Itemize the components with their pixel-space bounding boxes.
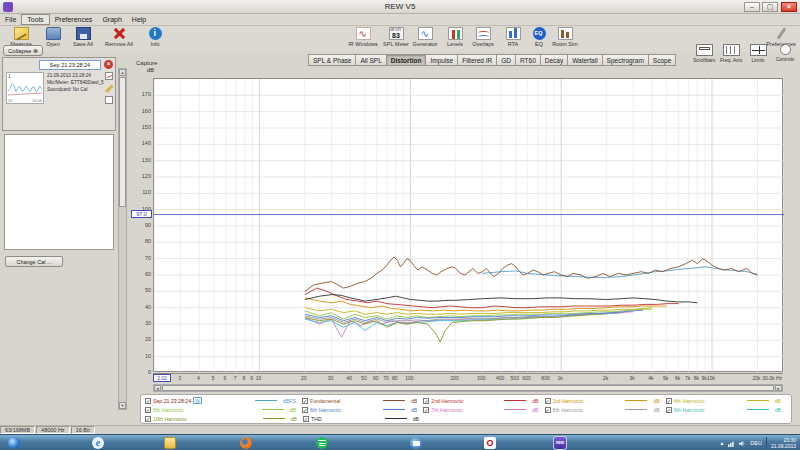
tray-expand-icon[interactable]: ▲ [719,440,724,446]
scroll-up-arrow-icon[interactable]: ▲ [119,69,126,76]
graph-hscrollbar[interactable]: ◄ ► [153,384,783,392]
menu-graph[interactable]: Graph [97,15,126,24]
legend-checkbox[interactable]: ✓ [145,407,151,413]
scroll-right-arrow-icon[interactable]: ► [775,385,782,391]
trace-color-icon[interactable] [105,72,113,80]
x-tick-label: 50 [361,375,367,381]
legend-label: 7th Harmonic [431,407,462,413]
legend-label: 8th Harmonic [553,407,584,413]
open-icon [46,27,61,40]
x-tick-label: 10 [256,375,262,381]
taskbar-clock[interactable]: 23:30 21.09.2013 [771,437,798,449]
legend-checkbox[interactable]: ✓ [423,407,429,413]
rew-app-icon[interactable]: REW [554,437,566,449]
trace-fundamental [305,257,758,291]
legend-unit: dB [653,398,659,404]
legend-row: ✓10th HarmonicdB✓THDdB [145,414,787,423]
legend-checkbox[interactable]: ✓ [545,398,551,404]
legend-line-swatch [255,400,277,401]
notes-page-icon[interactable] [105,96,113,104]
x-tick-label: 9 [250,375,253,381]
info-icon [149,27,162,40]
scroll-down-arrow-icon[interactable]: ▼ [119,402,126,409]
legend-checkbox[interactable]: ✓ [423,398,429,404]
legend-item-5th-harmonic[interactable]: ✓5th HarmonicdB [145,407,302,413]
x-tick-label: 5 [212,375,215,381]
measurement-panel[interactable]: Sep 21 23:28:24 ✕ 1 20 50.0k 21.09.2013 … [2,57,116,131]
scroll-left-arrow-icon[interactable]: ◄ [154,385,161,391]
measurement-name-input[interactable]: Sep 21 23:28:24 [39,60,101,70]
keyboard-language[interactable]: DEU [750,440,762,446]
legend-unit: dB [775,407,781,413]
legend-item-2nd-harmonic[interactable]: ✓2nd HarmonicdB [423,398,544,404]
distortion-chart[interactable] [153,78,783,372]
maximize-button[interactable]: ▢ [762,2,778,12]
legend-item-fundamental[interactable]: ✓FundamentaldB [302,398,423,404]
measure-button[interactable]: Measure [6,27,36,47]
save-all-button[interactable]: Save All [68,27,98,47]
close-button[interactable]: ✕ [781,2,797,12]
menu-preferences[interactable]: Preferences [50,15,98,24]
spotify-icon[interactable] [316,437,328,449]
legend-item-sep-21-23-28-24[interactable]: ✓Sep 21 23:28:24WdBFS [145,397,302,404]
legend-checkbox[interactable]: ✓ [145,398,151,404]
menu-file[interactable]: File [0,15,21,24]
menu-tools[interactable]: Tools [21,14,49,25]
measurement-notes-textarea[interactable] [4,134,114,250]
open-button[interactable]: Open [38,27,68,47]
measurement-thumbnail[interactable]: 1 20 50.0k [6,72,44,104]
legend-item-8th-harmonic[interactable]: ✓8th HarmonicdB [545,407,666,413]
minimize-button[interactable]: – [744,2,760,12]
opera-icon[interactable]: O [484,437,496,449]
delete-measurement-button[interactable]: ✕ [104,60,113,69]
x-tick-label: 9k [701,375,706,381]
x-tick-label: 300 [477,375,485,381]
measurement-info: 21.09.2013 23:28:24 Mic/Meter: ETT840Daw… [47,72,105,93]
sidebar-scrollbar[interactable]: ▲ ▼ [118,68,127,410]
legend-checkbox[interactable]: ✓ [303,416,309,422]
legend-unit: dB [411,398,417,404]
hscrollbar-thumb[interactable] [162,385,774,391]
x-tick-label: 400 [496,375,504,381]
legend-checkbox[interactable]: ✓ [666,407,672,413]
change-cal-button[interactable]: Change Cal ... [5,256,63,267]
y-tick-label: 70 [131,255,151,261]
network-icon[interactable] [728,440,735,447]
scrollbar-thumb[interactable] [119,77,126,207]
start-orb-icon[interactable] [8,437,20,449]
mail-icon[interactable] [410,437,422,449]
legend-item-10th-harmonic[interactable]: ✓10th HarmonicdB [145,416,303,422]
x-axis: 2.02 30.0k Hz 34567891020304050607080100… [153,373,783,382]
x-tick-label: 20k [752,375,760,381]
y-axis-unit: dB [136,67,154,74]
legend-checkbox[interactable]: ✓ [302,407,308,413]
legend-item-6th-harmonic[interactable]: ✓6th HarmonicdB [302,407,423,413]
y-tick-label: 40 [131,304,151,310]
firefox-icon[interactable] [240,437,252,449]
x-tick-label: 6 [224,375,227,381]
legend-item-7th-harmonic[interactable]: ✓7th HarmonicdB [423,407,544,413]
legend-item-4th-harmonic[interactable]: ✓4th HarmonicdB [666,398,787,404]
legend-checkbox[interactable]: ✓ [545,407,551,413]
menu-help[interactable]: Help [127,15,151,24]
legend-item-thd[interactable]: ✓THDdB [303,416,425,422]
edit-pencil-icon[interactable] [105,84,113,92]
legend-line-swatch [263,418,285,419]
graph-panel: Capture dB 17016015014013012011010090807… [130,44,796,392]
x-tick-label: 3k [630,375,635,381]
x-cursor-value-box[interactable]: 2.02 [153,374,171,382]
internet-explorer-icon[interactable]: e [92,437,104,449]
overlays-icon [476,27,491,40]
legend-line-swatch [383,400,405,401]
volume-icon[interactable] [739,440,746,447]
legend-item-9th-harmonic[interactable]: ✓9th HarmonicdB [666,407,787,413]
legend-checkbox[interactable]: ✓ [302,398,308,404]
legend-item-3rd-harmonic[interactable]: ✓3rd HarmonicdB [545,398,666,404]
legend-unit: dB [532,407,538,413]
y-tick-label: 170 [131,91,151,97]
legend-checkbox[interactable]: ✓ [145,416,151,422]
explorer-folder-icon[interactable] [164,437,176,449]
legend-checkbox[interactable]: ✓ [666,398,672,404]
y-cursor-value-box[interactable]: 97.0 [131,210,152,218]
collapse-button[interactable]: Collapse ⊗ [3,45,43,56]
